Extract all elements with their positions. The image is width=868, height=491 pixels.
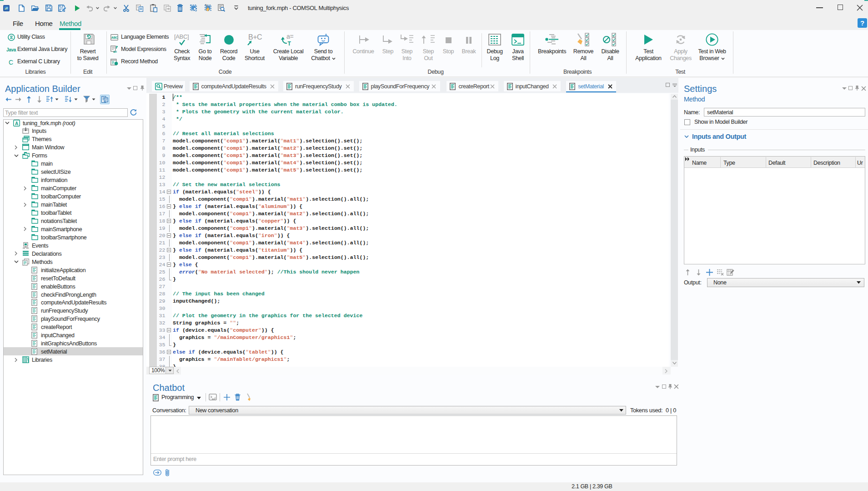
svg-text:Java: Java <box>6 47 16 52</box>
svg-text:T: T <box>288 40 291 47</box>
svg-text:A: A <box>15 121 18 126</box>
svg-text:C: C <box>9 59 13 66</box>
svg-text:a=: a= <box>113 50 117 53</box>
svg-text:a=: a= <box>286 33 293 40</box>
svg-text:B+C: B+C <box>248 33 262 41</box>
svg-text:[ABC]: [ABC] <box>174 33 189 40</box>
svg-text:ABC: ABC <box>111 35 118 39</box>
